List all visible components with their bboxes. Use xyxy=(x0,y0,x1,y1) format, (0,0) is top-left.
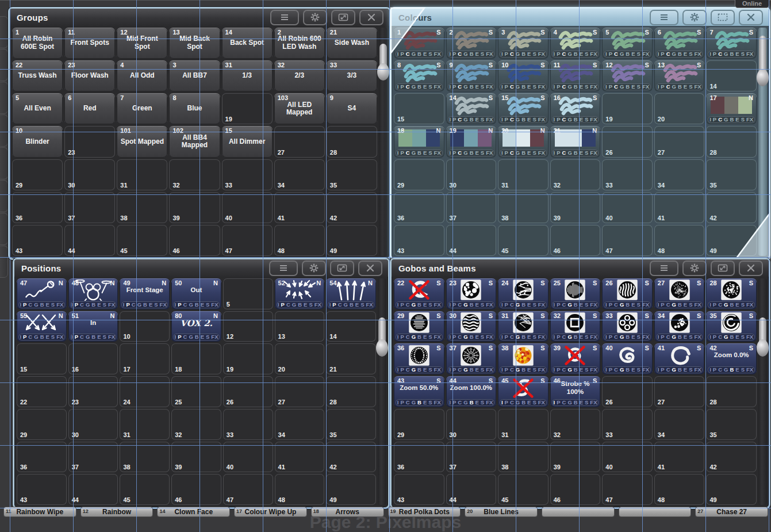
settings-button[interactable] xyxy=(682,10,707,25)
empty-handle-groups-33[interactable]: 33 xyxy=(222,159,273,190)
empty-handle-gobos-30[interactable]: 30 xyxy=(446,409,497,440)
empty-handle-positions-22[interactable]: 22 xyxy=(17,376,67,407)
empty-handle-gobos-33[interactable]: 33 xyxy=(602,409,653,440)
empty-handle-colours-48[interactable]: 48 xyxy=(654,225,705,256)
empty-handle-gobos-47[interactable]: 47 xyxy=(602,474,653,505)
empty-handle-gobos-31[interactable]: 31 xyxy=(498,409,548,440)
empty-handle-colours-39[interactable]: 39 xyxy=(550,192,601,223)
empty-handle-gobos-45[interactable]: 45 xyxy=(498,474,548,505)
palette-tile-gobos-38[interactable]: 38SIPCGBESFX xyxy=(498,343,548,374)
empty-handle-positions-40[interactable]: 40 xyxy=(223,442,273,473)
empty-handle-colours-14[interactable]: 14 xyxy=(706,60,757,91)
empty-handle-colours-40[interactable]: 40 xyxy=(602,192,653,223)
empty-handle-gobos-36[interactable]: 36 xyxy=(394,442,444,473)
empty-handle-colours-28[interactable]: 28 xyxy=(706,126,757,157)
scrollbar-thumb[interactable] xyxy=(379,44,387,71)
empty-handle-colours-46[interactable]: 46 xyxy=(550,225,601,256)
palette-tile-gobos-33[interactable]: 33SIPCGBESFX xyxy=(602,311,653,342)
empty-handle-groups-23[interactable]: 23 xyxy=(64,126,115,157)
empty-handle-positions-15[interactable]: 15 xyxy=(17,343,67,374)
palette-tile-positions-47[interactable]: 47NIPCGBESFX xyxy=(17,278,67,309)
palette-tile-colours-12[interactable]: 12SIPCGBESFX xyxy=(602,60,653,91)
group-button-13[interactable]: 13Mid Back Spot xyxy=(169,28,220,59)
empty-handle-positions-48[interactable]: 48 xyxy=(275,474,325,505)
empty-handle-colours-26[interactable]: 26 xyxy=(602,126,653,157)
playback-button-12[interactable]: 12Rainbow xyxy=(80,507,154,517)
palette-tile-positions-51[interactable]: 51NInIPCGBESFX xyxy=(68,311,118,342)
empty-handle-colours-19[interactable]: 19 xyxy=(602,93,653,124)
palette-tile-gobos-25[interactable]: 25SIPCGBESFX xyxy=(550,278,601,309)
left-strip-button[interactable] xyxy=(0,82,8,114)
resize-handle-topleft[interactable] xyxy=(390,7,425,54)
group-button-5[interactable]: 5All Even xyxy=(12,93,63,124)
palette-tile-gobos-42[interactable]: 42SZoom 0.0%IPCGBESFX xyxy=(706,343,757,374)
menu-button[interactable] xyxy=(650,10,678,25)
empty-handle-groups-42[interactable]: 42 xyxy=(327,192,377,223)
settings-button[interactable] xyxy=(303,10,327,25)
palette-tile-gobos-31[interactable]: 31SIPCGBESFX xyxy=(498,311,548,342)
empty-handle-gobos-48[interactable]: 48 xyxy=(654,474,705,505)
palette-tile-colours-11[interactable]: 11SIPCGBESFX xyxy=(550,60,601,91)
empty-handle-positions-45[interactable]: 45 xyxy=(120,474,170,505)
empty-handle-colours-32[interactable]: 32 xyxy=(550,159,601,190)
palette-tile-gobos-28[interactable]: 28SIPCGBESFX xyxy=(706,278,757,309)
empty-handle-colours-36[interactable]: 36 xyxy=(394,192,444,223)
empty-handle-colours-45[interactable]: 45 xyxy=(498,225,548,256)
palette-tile-gobos-40[interactable]: 40SIPCGBESFX xyxy=(602,343,653,374)
empty-handle-positions-27[interactable]: 27 xyxy=(275,376,325,407)
palette-tile-positions-50[interactable]: 50NOutIPCGBESFX xyxy=(171,278,221,309)
palette-tile-gobos-34[interactable]: 34SIPCGBESFX xyxy=(654,311,705,342)
empty-handle-groups-32[interactable]: 32 xyxy=(169,159,220,190)
empty-handle-groups-34[interactable]: 34 xyxy=(274,159,325,190)
close-button[interactable] xyxy=(358,261,382,276)
palette-tile-gobos-39[interactable]: 39SIPCGBESFX xyxy=(550,343,601,374)
empty-handle-gobos-34[interactable]: 34 xyxy=(654,409,705,440)
group-button-10[interactable]: 10Blinder xyxy=(12,126,63,157)
group-button-3[interactable]: 3All BB7 xyxy=(169,60,220,91)
empty-handle-colours-27[interactable]: 27 xyxy=(654,126,705,157)
group-button-9[interactable]: 9S4 xyxy=(327,93,377,124)
empty-handle-positions-38[interactable]: 38 xyxy=(120,442,170,473)
empty-handle-groups-39[interactable]: 39 xyxy=(169,192,220,223)
empty-handle-colours-34[interactable]: 34 xyxy=(654,159,705,190)
group-button-2[interactable]: 2All Robin 600 LED Wash xyxy=(274,28,325,59)
empty-handle-positions-47[interactable]: 47 xyxy=(223,474,273,505)
left-strip-button[interactable] xyxy=(0,147,8,179)
empty-handle-groups-28[interactable]: 28 xyxy=(327,126,377,157)
group-button-32[interactable]: 322/3 xyxy=(274,60,325,91)
group-button-7[interactable]: 7Green xyxy=(117,93,167,124)
playback-button-19[interactable]: 19Red Polka Dots xyxy=(388,507,461,517)
empty-handle-gobos-28[interactable]: 28 xyxy=(706,376,757,407)
palette-tile-colours-8[interactable]: 8SIPCGBESFX xyxy=(394,60,444,91)
empty-handle-positions-21[interactable]: 21 xyxy=(326,343,376,374)
empty-handle-colours-47[interactable]: 47 xyxy=(602,225,653,256)
empty-handle-groups-38[interactable]: 38 xyxy=(117,192,167,223)
group-button-1[interactable]: 1All Robin 600E Spot xyxy=(12,28,63,59)
empty-handle-gobos-29[interactable]: 29 xyxy=(394,409,444,440)
close-button[interactable] xyxy=(739,261,763,276)
empty-handle-colours-43[interactable]: 43 xyxy=(394,225,444,256)
palette-tile-colours-16[interactable]: 16SIPCGBESFX xyxy=(550,93,601,124)
empty-handle-gobos-37[interactable]: 37 xyxy=(446,442,497,473)
group-button-21[interactable]: 21Side Wash xyxy=(327,28,377,59)
playback-button-empty[interactable] xyxy=(619,507,692,517)
menu-button[interactable] xyxy=(650,261,678,276)
empty-handle-positions-32[interactable]: 32 xyxy=(171,409,221,440)
empty-handle-groups-49[interactable]: 49 xyxy=(327,225,377,256)
group-button-23[interactable]: 23Floor Wash xyxy=(64,60,115,91)
empty-handle-positions-44[interactable]: 44 xyxy=(68,474,118,505)
empty-handle-positions-5[interactable]: 5 xyxy=(223,278,273,309)
palette-tile-colours-21[interactable]: 21NIPCGBESFX xyxy=(550,126,601,157)
scrollbar-thumb[interactable] xyxy=(759,36,766,77)
empty-handle-gobos-32[interactable]: 32 xyxy=(550,409,601,440)
marquee-button[interactable] xyxy=(711,10,735,25)
group-button-101[interactable]: 101Spot Mapped xyxy=(117,126,167,157)
palette-tile-colours-19[interactable]: 19NIPCGBESFX xyxy=(446,126,497,157)
left-strip-button[interactable] xyxy=(0,114,8,147)
empty-handle-groups-48[interactable]: 48 xyxy=(274,225,325,256)
close-button[interactable] xyxy=(739,10,763,25)
empty-handle-colours-41[interactable]: 41 xyxy=(654,192,705,223)
group-button-11[interactable]: 11Front Spots xyxy=(64,28,115,59)
empty-handle-positions-16[interactable]: 16 xyxy=(68,343,118,374)
empty-handle-positions-34[interactable]: 34 xyxy=(275,409,325,440)
